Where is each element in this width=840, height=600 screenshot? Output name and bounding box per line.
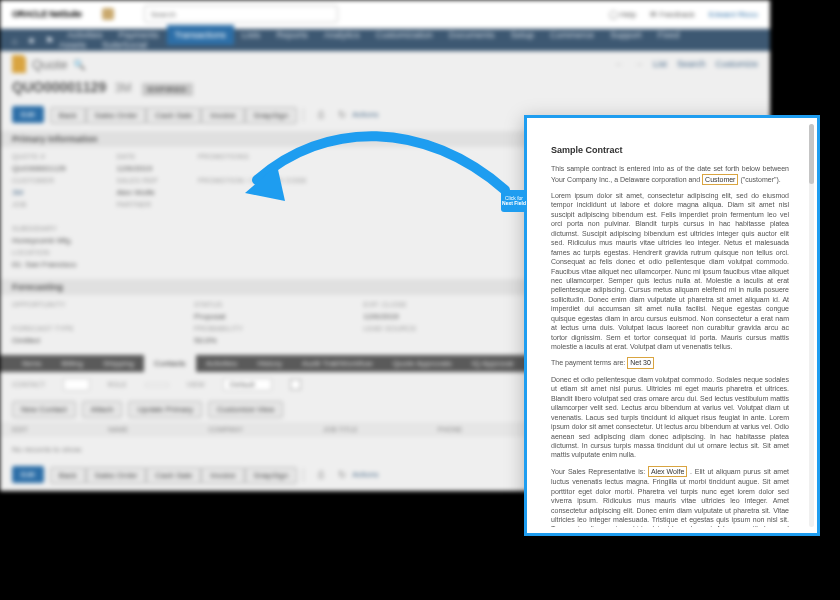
star-icon[interactable]: ★	[23, 32, 40, 49]
new-contact-button[interactable]: New Contact	[12, 401, 76, 418]
panel-scrollbar[interactable]	[809, 124, 814, 527]
main-nav: ⌂ ★ ⚑ ActivitiesPaymentsTransactionsList…	[0, 29, 770, 51]
feedback-link[interactable]: ✉ Feedback	[650, 10, 694, 19]
nav-setup[interactable]: Setup	[502, 25, 542, 45]
actions-menu[interactable]: Actions	[352, 110, 378, 119]
sales-order-button[interactable]: Sales Order	[86, 467, 147, 484]
edit-button-bottom[interactable]: Edit	[12, 466, 44, 483]
invoice-button[interactable]: Invoice	[201, 467, 244, 484]
nav-analytics[interactable]: Analytics	[316, 25, 368, 45]
next-field-tag[interactable]: Click forNext Field	[501, 190, 527, 212]
tab-history[interactable]: History	[247, 355, 292, 372]
list-link[interactable]: List	[653, 59, 667, 69]
col-phone: PHONE	[438, 426, 463, 433]
nav-commerce[interactable]: Commerce	[542, 25, 602, 45]
col-edit: EDIT	[12, 426, 28, 433]
tab-iq-approval[interactable]: IQ Approval	[462, 355, 524, 372]
prev-arrow-icon[interactable]: ←	[615, 59, 624, 69]
search-icon[interactable]: 🔍	[73, 59, 85, 70]
contract-preview-panel: Click forNext Field Sample Contract This…	[524, 115, 820, 536]
page-title: Quote	[32, 57, 67, 72]
home-icon[interactable]: ⌂	[8, 32, 22, 49]
refresh-icon[interactable]: ↻	[338, 109, 346, 120]
col-name: NAME	[108, 426, 128, 433]
refresh-icon[interactable]: ↻	[338, 469, 346, 480]
back-button[interactable]: Back	[50, 107, 86, 124]
print-icon[interactable]: ⎙	[318, 109, 324, 120]
col-job-title: JOB TITLE	[323, 426, 358, 433]
search-link[interactable]: Search	[677, 59, 706, 69]
nav-suitesocial[interactable]: SuiteSocial	[94, 35, 155, 55]
oracle-netsuite-logo: ORACLE NetSuite	[12, 9, 82, 19]
back-button[interactable]: Back	[50, 467, 86, 484]
actions-menu-bottom[interactable]: Actions	[352, 470, 378, 479]
tab-items[interactable]: Items	[12, 355, 52, 372]
private-checkbox[interactable]	[290, 379, 301, 390]
print-icon[interactable]: ⎙	[318, 469, 324, 480]
tab-audit-trail-workflow[interactable]: Audit Trail/Workflow	[292, 355, 383, 372]
quote-icon	[12, 55, 26, 73]
status-badge: EXPIRED	[142, 83, 193, 96]
edit-button[interactable]: Edit	[12, 106, 44, 123]
nav-support[interactable]: Support	[602, 25, 650, 45]
tab-activities[interactable]: Activities	[196, 355, 248, 372]
tab-quote-approvals[interactable]: Quote Approvals	[383, 355, 462, 372]
update-primary-button[interactable]: Update Primary	[128, 401, 202, 418]
doc-title: Sample Contract	[551, 144, 789, 156]
contact-select[interactable]	[63, 378, 89, 391]
cash-sale-button[interactable]: Cash Sale	[146, 467, 201, 484]
customize-link[interactable]: Customize	[715, 59, 758, 69]
favorites-icon[interactable]: ⚑	[41, 32, 58, 49]
invoice-button[interactable]: Invoice	[201, 107, 244, 124]
nav-lists[interactable]: Lists	[234, 25, 269, 45]
user-menu[interactable]: Edward Ricco	[709, 10, 758, 19]
contract-document: Sample Contract This sample contract is …	[533, 124, 807, 527]
tab-billing[interactable]: Billing	[52, 355, 93, 372]
tab-contacts[interactable]: Contacts	[144, 355, 196, 372]
customize-view-button[interactable]: Customize View	[208, 401, 283, 418]
global-search[interactable]	[144, 5, 324, 23]
sales-order-button[interactable]: Sales Order	[86, 107, 147, 124]
nav-transactions[interactable]: Transactions	[167, 25, 234, 45]
next-arrow-icon[interactable]: →	[634, 59, 643, 69]
logo-square-icon	[102, 8, 114, 20]
attach-button[interactable]: Attach	[82, 401, 123, 418]
role-select[interactable]	[145, 383, 169, 387]
snapsign-button[interactable]: SnapSign	[245, 467, 298, 484]
field-customer[interactable]: Customer	[702, 174, 738, 185]
field-sales-rep[interactable]: Alex Wolfe	[648, 466, 687, 477]
nav-reports[interactable]: Reports	[268, 25, 316, 45]
nav-customization[interactable]: Customization	[368, 25, 441, 45]
snapsign-button[interactable]: SnapSign	[245, 107, 298, 124]
search-input[interactable]	[144, 5, 338, 23]
tab-shipping[interactable]: Shipping	[93, 355, 144, 372]
cash-sale-button[interactable]: Cash Sale	[146, 107, 201, 124]
record-title: QUO00001129 3M EXPIRED	[0, 77, 770, 102]
field-terms[interactable]: Net 30	[627, 357, 654, 368]
help-link[interactable]: ◯ Help	[609, 10, 637, 19]
scrollbar-thumb[interactable]	[809, 124, 814, 184]
view-select[interactable]: Default	[223, 378, 272, 391]
col-company: COMPANY	[208, 426, 243, 433]
nav-documents[interactable]: Documents	[441, 25, 503, 45]
